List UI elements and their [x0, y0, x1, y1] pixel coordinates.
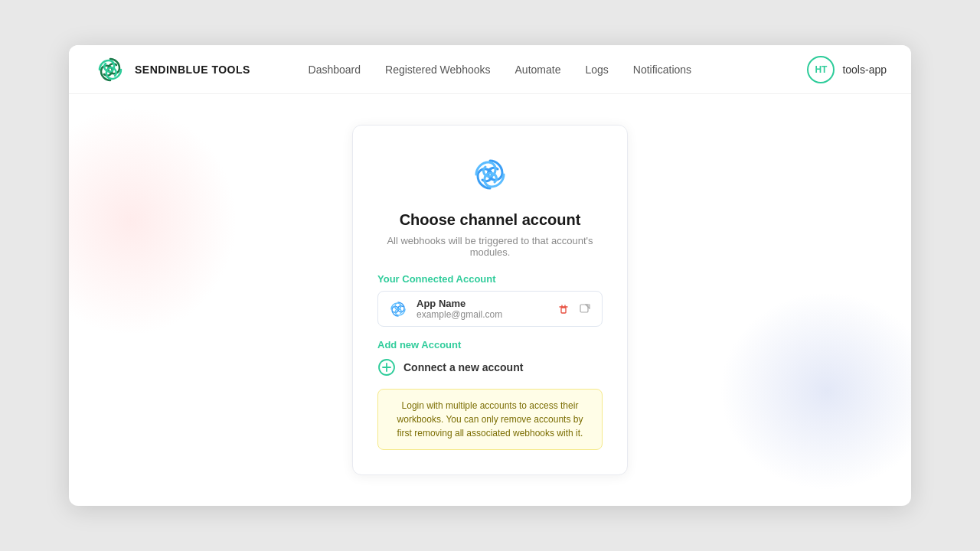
add-section-label: Add new Account: [377, 339, 461, 350]
avatar[interactable]: HT: [807, 56, 835, 83]
card-title: Choose channel account: [400, 211, 581, 229]
channel-account-card: Choose channel account All webhooks will…: [352, 125, 628, 475]
nav-registered-webhooks[interactable]: Registered Webhooks: [385, 60, 490, 79]
user-area: HT tools-app: [807, 56, 887, 83]
plus-circle-icon: [377, 358, 396, 377]
account-actions: [556, 302, 593, 317]
account-info: App Name example@gmail.com: [416, 298, 548, 320]
connected-section-label: Your Connected Account: [377, 273, 496, 285]
connect-new-account-row[interactable]: Connect a new account: [377, 358, 603, 377]
delete-account-button[interactable]: [556, 302, 571, 317]
card-swirl-icon: [469, 153, 511, 196]
info-box: Login with multiple accounts to access t…: [377, 389, 603, 450]
logo-icon: [93, 53, 127, 86]
account-icon: [387, 298, 409, 320]
app-window: SENDINBLUE TOOLS Dashboard Registered We…: [69, 45, 911, 506]
svg-rect-1: [561, 308, 566, 313]
connect-label: Connect a new account: [403, 361, 523, 373]
nav-logs[interactable]: Logs: [585, 60, 608, 79]
add-icon: [377, 358, 396, 377]
info-box-text: Login with multiple accounts to access t…: [390, 399, 590, 440]
nav-dashboard[interactable]: Dashboard: [309, 60, 361, 79]
username: tools-app: [842, 64, 887, 76]
main-content: Choose channel account All webhooks will…: [69, 94, 911, 506]
logo-area[interactable]: SENDINBLUE TOOLS: [93, 53, 250, 86]
trash-icon: [557, 303, 570, 315]
account-name: App Name: [416, 298, 548, 309]
card-icon: [469, 153, 511, 199]
account-email: example@gmail.com: [416, 309, 548, 320]
edit-account-button[interactable]: [577, 302, 593, 317]
nav-notifications[interactable]: Notifications: [633, 60, 691, 79]
main-nav: Dashboard Registered Webhooks Automate L…: [309, 60, 692, 79]
edit-icon: [579, 303, 591, 315]
account-row: App Name example@gmail.com: [377, 291, 603, 327]
logo-text: SENDINBLUE TOOLS: [135, 64, 250, 76]
header: SENDINBLUE TOOLS Dashboard Registered We…: [69, 45, 911, 94]
card-subtitle: All webhooks will be triggered to that a…: [377, 235, 603, 258]
nav-automate[interactable]: Automate: [515, 60, 561, 79]
